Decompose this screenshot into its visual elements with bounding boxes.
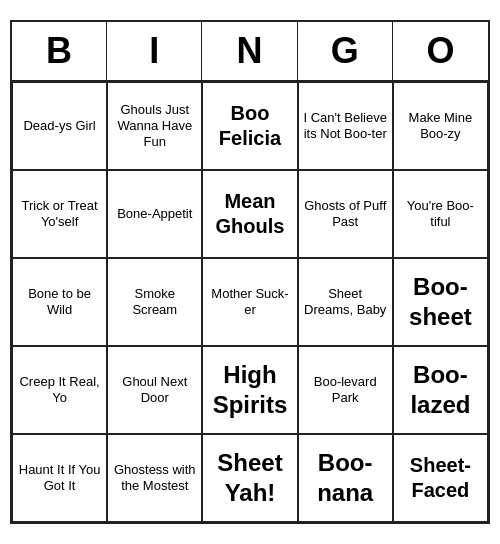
bingo-cell-5[interactable]: Trick or Treat Yo'self <box>12 170 107 258</box>
bingo-cell-1[interactable]: Ghouls Just Wanna Have Fun <box>107 82 202 170</box>
bingo-cell-18[interactable]: Boo-levard Park <box>298 346 393 434</box>
bingo-cell-3[interactable]: I Can't Believe its Not Boo-ter <box>298 82 393 170</box>
bingo-cell-14[interactable]: Boo-sheet <box>393 258 488 346</box>
bingo-header: BINGO <box>12 22 488 82</box>
header-letter-i: I <box>107 22 202 80</box>
bingo-cell-11[interactable]: Smoke Scream <box>107 258 202 346</box>
bingo-grid: Dead-ys GirlGhouls Just Wanna Have FunBo… <box>12 82 488 522</box>
bingo-cell-4[interactable]: Make Mine Boo-zy <box>393 82 488 170</box>
bingo-cell-21[interactable]: Ghostess with the Mostest <box>107 434 202 522</box>
bingo-cell-10[interactable]: Bone to be Wild <box>12 258 107 346</box>
header-letter-o: O <box>393 22 488 80</box>
bingo-card: BINGO Dead-ys GirlGhouls Just Wanna Have… <box>10 20 490 524</box>
bingo-cell-17[interactable]: High Spirits <box>202 346 297 434</box>
header-letter-n: N <box>202 22 297 80</box>
bingo-cell-12[interactable]: Mother Suck-er <box>202 258 297 346</box>
bingo-cell-2[interactable]: Boo Felicia <box>202 82 297 170</box>
bingo-cell-0[interactable]: Dead-ys Girl <box>12 82 107 170</box>
bingo-cell-19[interactable]: Boo-lazed <box>393 346 488 434</box>
bingo-cell-13[interactable]: Sheet Dreams, Baby <box>298 258 393 346</box>
bingo-cell-6[interactable]: Bone-Appetit <box>107 170 202 258</box>
bingo-cell-7[interactable]: Mean Ghouls <box>202 170 297 258</box>
header-letter-b: B <box>12 22 107 80</box>
header-letter-g: G <box>298 22 393 80</box>
bingo-cell-20[interactable]: Haunt It If You Got It <box>12 434 107 522</box>
bingo-cell-9[interactable]: You're Boo-tiful <box>393 170 488 258</box>
bingo-cell-22[interactable]: Sheet Yah! <box>202 434 297 522</box>
bingo-cell-24[interactable]: Sheet-Faced <box>393 434 488 522</box>
bingo-cell-23[interactable]: Boo-nana <box>298 434 393 522</box>
bingo-cell-8[interactable]: Ghosts of Puff Past <box>298 170 393 258</box>
bingo-cell-16[interactable]: Ghoul Next Door <box>107 346 202 434</box>
bingo-cell-15[interactable]: Creep It Real, Yo <box>12 346 107 434</box>
